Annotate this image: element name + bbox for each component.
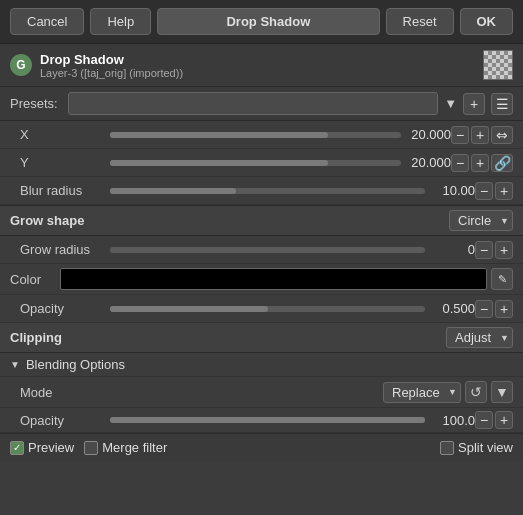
preview-checkmark-icon: ✓ bbox=[10, 441, 24, 455]
opacity-plus-button[interactable]: + bbox=[495, 300, 513, 318]
x-plus-button[interactable]: + bbox=[471, 126, 489, 144]
opacity-minus-button[interactable]: − bbox=[475, 300, 493, 318]
dialog-title: Drop Shadow bbox=[40, 52, 483, 67]
grow-radius-minus-button[interactable]: − bbox=[475, 241, 493, 259]
blend-arrow-icon: ▼ bbox=[10, 359, 20, 370]
ok-button[interactable]: OK bbox=[460, 8, 514, 35]
blend-opacity-slider-area[interactable] bbox=[110, 417, 425, 423]
x-row: X 20.000 − + ⇔ bbox=[0, 121, 523, 149]
grow-radius-label: Grow radius bbox=[20, 242, 110, 257]
y-slider-fill bbox=[110, 160, 328, 166]
mode-dropdown[interactable]: Replace bbox=[383, 382, 461, 403]
x-slider-fill bbox=[110, 132, 328, 138]
mode-label: Mode bbox=[20, 385, 383, 400]
clipping-dropdown[interactable]: Adjust bbox=[446, 327, 513, 348]
split-view-label: Split view bbox=[458, 440, 513, 455]
grow-shape-dropdown[interactable]: Circle bbox=[449, 210, 513, 231]
opacity-slider-area[interactable] bbox=[110, 306, 425, 312]
color-label: Color bbox=[10, 272, 60, 287]
opacity-label: Opacity bbox=[20, 301, 110, 316]
x-expand-button[interactable]: ⇔ bbox=[491, 126, 513, 144]
header-text: Drop Shadow Layer-3 ([taj_orig] (importe… bbox=[40, 52, 483, 79]
grow-shape-select[interactable]: Circle bbox=[449, 210, 513, 231]
blend-section-header[interactable]: ▼ Blending Options bbox=[0, 353, 523, 377]
blend-opacity-minus-button[interactable]: − bbox=[475, 411, 493, 429]
blend-opacity-slider-fill bbox=[110, 417, 425, 423]
y-link-button[interactable]: 🔗 bbox=[491, 154, 513, 172]
mode-reset-button[interactable]: ↺ bbox=[465, 381, 487, 403]
blend-opacity-minus-plus: − + bbox=[475, 411, 513, 429]
split-view-checkbox-row[interactable]: Split view bbox=[440, 440, 513, 455]
grow-radius-minus-plus: − + bbox=[475, 241, 513, 259]
grow-radius-plus-button[interactable]: + bbox=[495, 241, 513, 259]
gimp-icon: G bbox=[10, 54, 32, 76]
blur-minus-plus: − + bbox=[475, 182, 513, 200]
blend-opacity-label: Opacity bbox=[20, 413, 110, 428]
presets-menu-button[interactable]: ☰ bbox=[491, 93, 513, 115]
mode-controls: Replace ↺ ▼ bbox=[383, 381, 513, 403]
dialog-header: G Drop Shadow Layer-3 ([taj_orig] (impor… bbox=[0, 44, 523, 87]
grow-radius-row: Grow radius 0 − + bbox=[0, 236, 523, 264]
presets-select[interactable] bbox=[68, 92, 438, 115]
grow-radius-value: 0 bbox=[425, 242, 475, 257]
split-view-checkbox-icon bbox=[440, 441, 454, 455]
bottom-bar: ✓ Preview Merge filter Split view bbox=[0, 433, 523, 461]
y-minus-button[interactable]: − bbox=[451, 154, 469, 172]
clipping-select[interactable]: Adjust bbox=[446, 327, 513, 348]
y-minus-plus: − + bbox=[451, 154, 489, 172]
preview-label: Preview bbox=[28, 440, 74, 455]
opacity-minus-plus: − + bbox=[475, 300, 513, 318]
opacity-slider-track[interactable] bbox=[110, 306, 425, 312]
grow-radius-slider-track[interactable] bbox=[110, 247, 425, 253]
mode-select[interactable]: Replace bbox=[383, 382, 461, 403]
reset-button[interactable]: Reset bbox=[386, 8, 454, 35]
blur-slider-area[interactable] bbox=[110, 188, 425, 194]
x-minus-button[interactable]: − bbox=[451, 126, 469, 144]
y-slider-area[interactable] bbox=[110, 160, 401, 166]
blur-slider-fill bbox=[110, 188, 236, 194]
y-value: 20.000 bbox=[401, 155, 451, 170]
help-button[interactable]: Help bbox=[90, 8, 151, 35]
y-slider-track[interactable] bbox=[110, 160, 401, 166]
presets-dropdown-arrow: ▼ bbox=[444, 96, 457, 111]
opacity-slider-fill bbox=[110, 306, 268, 312]
y-plus-button[interactable]: + bbox=[471, 154, 489, 172]
color-swatch[interactable] bbox=[60, 268, 487, 290]
grow-radius-slider-area[interactable] bbox=[110, 247, 425, 253]
blend-opacity-row: Opacity 100.0 − + bbox=[0, 408, 523, 433]
blur-plus-button[interactable]: + bbox=[495, 182, 513, 200]
color-edit-button[interactable]: ✎ bbox=[491, 268, 513, 290]
merge-filter-checkbox-icon bbox=[84, 441, 98, 455]
title-button: Drop Shadow bbox=[157, 8, 379, 35]
x-slider-area[interactable] bbox=[110, 132, 401, 138]
top-toolbar: Cancel Help Drop Shadow Reset OK bbox=[0, 0, 523, 44]
color-row: Color ✎ bbox=[0, 264, 523, 295]
blur-minus-button[interactable]: − bbox=[475, 182, 493, 200]
preview-thumbnail bbox=[483, 50, 513, 80]
y-label: Y bbox=[20, 155, 110, 170]
merge-filter-label: Merge filter bbox=[102, 440, 167, 455]
presets-row: Presets: ▼ + ☰ bbox=[0, 87, 523, 121]
clipping-row: Clipping Adjust bbox=[0, 323, 523, 353]
blur-value: 10.00 bbox=[425, 183, 475, 198]
mode-extra-button[interactable]: ▼ bbox=[491, 381, 513, 403]
param-section: X 20.000 − + ⇔ Y 20.000 − + 🔗 Blur radiu… bbox=[0, 121, 523, 205]
blur-label: Blur radius bbox=[20, 183, 110, 198]
blur-row: Blur radius 10.00 − + bbox=[0, 177, 523, 205]
merge-filter-checkbox-row[interactable]: Merge filter bbox=[84, 440, 167, 455]
dialog-subtitle: Layer-3 ([taj_orig] (imported)) bbox=[40, 67, 483, 79]
preview-checkbox-row[interactable]: ✓ Preview bbox=[10, 440, 74, 455]
mode-row: Mode Replace ↺ ▼ bbox=[0, 377, 523, 408]
cancel-button[interactable]: Cancel bbox=[10, 8, 84, 35]
blend-opacity-slider-track[interactable] bbox=[110, 417, 425, 423]
opacity-row: Opacity 0.500 − + bbox=[0, 295, 523, 323]
x-slider-track[interactable] bbox=[110, 132, 401, 138]
presets-add-button[interactable]: + bbox=[463, 93, 485, 115]
presets-label: Presets: bbox=[10, 96, 58, 111]
clipping-label: Clipping bbox=[10, 330, 446, 345]
blur-slider-track[interactable] bbox=[110, 188, 425, 194]
grow-shape-row: Grow shape Circle bbox=[0, 205, 523, 236]
x-label: X bbox=[20, 127, 110, 142]
x-value: 20.000 bbox=[401, 127, 451, 142]
blend-opacity-plus-button[interactable]: + bbox=[495, 411, 513, 429]
